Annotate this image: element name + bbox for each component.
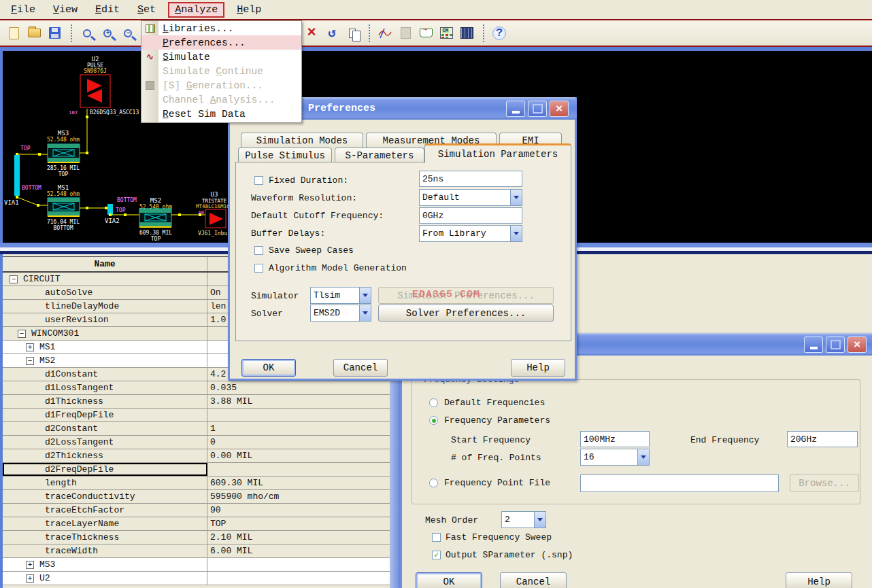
solver-preferences-button[interactable]: Solver Preferences... <box>378 305 554 322</box>
tab-simulation-parameters[interactable]: Simulation Parameters <box>424 143 571 163</box>
expand-icon[interactable]: + <box>26 574 34 583</box>
fixed-duration-checkbox[interactable] <box>254 176 263 185</box>
name-column-header[interactable]: Name <box>3 257 207 271</box>
table-row[interactable]: d2Constant1 <box>3 422 390 436</box>
table-row[interactable]: traceConductivity595900 mho/cm <box>3 490 390 504</box>
expand-icon[interactable]: + <box>26 561 34 569</box>
simulator-dropdown[interactable]: Tlsim <box>310 287 371 304</box>
table-row[interactable]: d2LossTangent0 <box>3 436 390 449</box>
chevron-down-icon[interactable] <box>359 305 371 321</box>
solver-dropdown[interactable]: EMS2D <box>310 305 371 322</box>
menu-item-preferences[interactable]: Preferences... <box>141 35 301 50</box>
table-row[interactable]: traceLayerNameTOP <box>3 517 390 531</box>
collapse-icon[interactable]: − <box>18 330 26 338</box>
via2-symbol[interactable] <box>107 204 113 215</box>
simulator-preferences-button[interactable]: Simulator Preferences... <box>378 287 554 304</box>
frequency-point-file-input[interactable] <box>580 474 779 492</box>
row-value[interactable]: 609.30 MIL <box>207 477 390 489</box>
maximize-button[interactable] <box>528 101 547 117</box>
output-sparameter-checkbox[interactable]: ✓ <box>432 551 441 559</box>
algorithm-model-generation-checkbox[interactable] <box>254 264 263 273</box>
row-value[interactable]: 3.88 MIL <box>207 395 390 408</box>
ms1-symbol[interactable] <box>48 198 80 216</box>
help-button[interactable]: Help <box>786 572 852 588</box>
browse-button[interactable]: Browse... <box>790 474 859 492</box>
row-value[interactable]: 595900 mho/cm <box>207 490 390 503</box>
row-value[interactable] <box>207 572 390 585</box>
ok-button[interactable]: OK <box>416 572 482 588</box>
collapse-icon[interactable]: − <box>10 275 18 283</box>
default-cutoff-frequency-input[interactable] <box>419 207 522 224</box>
waveform-resolution-dropdown[interactable]: Default <box>419 189 522 206</box>
menu-item-channel-analysis[interactable]: Channel Analysis... <box>141 92 301 107</box>
collapse-icon[interactable]: − <box>26 357 34 365</box>
cancel-button[interactable]: Cancel <box>500 572 567 588</box>
chevron-down-icon[interactable] <box>637 449 649 465</box>
zoom-out-button[interactable]: − <box>118 24 137 43</box>
row-value[interactable]: 0 <box>207 436 390 449</box>
zoom-area-button[interactable] <box>78 24 97 43</box>
chevron-down-icon[interactable] <box>510 190 522 205</box>
ok-button[interactable]: OK <box>241 359 296 377</box>
num-freq-points-dropdown[interactable]: 16 <box>580 449 650 466</box>
table-row[interactable]: traceEtchFactor90 <box>3 504 390 517</box>
table-row[interactable]: d2Thickness0.00 MIL <box>3 449 390 463</box>
ms3-symbol[interactable] <box>48 144 80 162</box>
table-row[interactable]: d2FreqDepFile <box>3 463 390 477</box>
tab-simulation-modes[interactable]: Simulation Modes <box>241 133 363 148</box>
row-value[interactable]: 1 <box>207 422 390 435</box>
row-value[interactable]: 0.035 <box>207 381 390 394</box>
table-row[interactable]: d1LossTangent0.035 <box>3 381 390 395</box>
menu-file[interactable]: File <box>5 3 41 17</box>
frequency-point-file-radio[interactable] <box>429 479 438 487</box>
help-button[interactable]: ? <box>490 24 509 43</box>
menu-item-simulate[interactable]: Simulate <box>141 50 301 64</box>
menu-edit[interactable]: Edit <box>90 3 125 17</box>
row-value[interactable] <box>207 558 390 571</box>
table-row[interactable]: traceWidth6.00 MIL <box>3 544 390 558</box>
cancel-button[interactable]: Cancel <box>333 359 388 377</box>
new-button[interactable] <box>4 24 23 43</box>
table-row[interactable]: d1FreqDepFile <box>3 409 390 422</box>
menu-view[interactable]: View <box>48 3 83 17</box>
chevron-down-icon[interactable] <box>359 288 371 303</box>
menu-help[interactable]: Help <box>231 3 267 17</box>
table-row[interactable]: traceThickness2.10 MIL <box>3 531 390 544</box>
start-frequency-input[interactable] <box>580 431 650 447</box>
row-value[interactable]: 90 <box>207 504 390 517</box>
delete-button[interactable]: × <box>302 24 321 43</box>
menu-item-reset-sim-data[interactable]: Reset Sim Data <box>141 107 301 121</box>
zoom-in-button[interactable]: + <box>98 24 117 43</box>
save-button[interactable] <box>45 24 64 43</box>
row-value[interactable]: 6.00 MIL <box>207 544 390 557</box>
table-row[interactable]: length609.30 MIL <box>3 477 390 490</box>
compare-button[interactable] <box>343 24 362 43</box>
minimize-button[interactable] <box>506 101 525 117</box>
mesh-order-dropdown[interactable]: 2 <box>501 511 546 528</box>
close-button[interactable]: × <box>550 101 569 117</box>
report-button[interactable] <box>396 24 415 43</box>
rerun-button[interactable]: ↺ <box>322 24 341 43</box>
default-frequencies-radio[interactable] <box>429 398 438 407</box>
row-value[interactable]: TOP <box>207 517 390 530</box>
menu-item-simulate-continue[interactable]: Simulate Continue <box>141 64 301 78</box>
expand-icon[interactable]: + <box>26 343 34 351</box>
fast-frequency-sweep-checkbox[interactable] <box>432 533 441 542</box>
chevron-down-icon[interactable] <box>534 512 546 528</box>
help-button[interactable]: Help <box>511 359 565 377</box>
tab-pulse-stimulus[interactable]: Pulse Stimulus <box>238 148 332 163</box>
chevron-down-icon[interactable] <box>510 226 522 241</box>
row-value[interactable]: 0.00 MIL <box>207 449 390 462</box>
ms2-symbol[interactable] <box>139 209 171 227</box>
cm-matrix-button[interactable] <box>437 24 456 43</box>
via1-symbol[interactable] <box>14 155 20 196</box>
menu-set[interactable]: Set <box>132 3 161 17</box>
minimize-button[interactable] <box>804 336 823 353</box>
table-row[interactable]: d1Thickness3.88 MIL <box>3 395 390 409</box>
buffer-delays-dropdown[interactable]: From Library <box>419 225 522 242</box>
row-value[interactable] <box>207 409 390 421</box>
row-value[interactable]: 2.10 MIL <box>207 531 390 544</box>
fixed-duration-input[interactable] <box>419 171 522 187</box>
end-frequency-input[interactable] <box>787 431 858 447</box>
table-row[interactable]: +U2 <box>3 572 390 585</box>
